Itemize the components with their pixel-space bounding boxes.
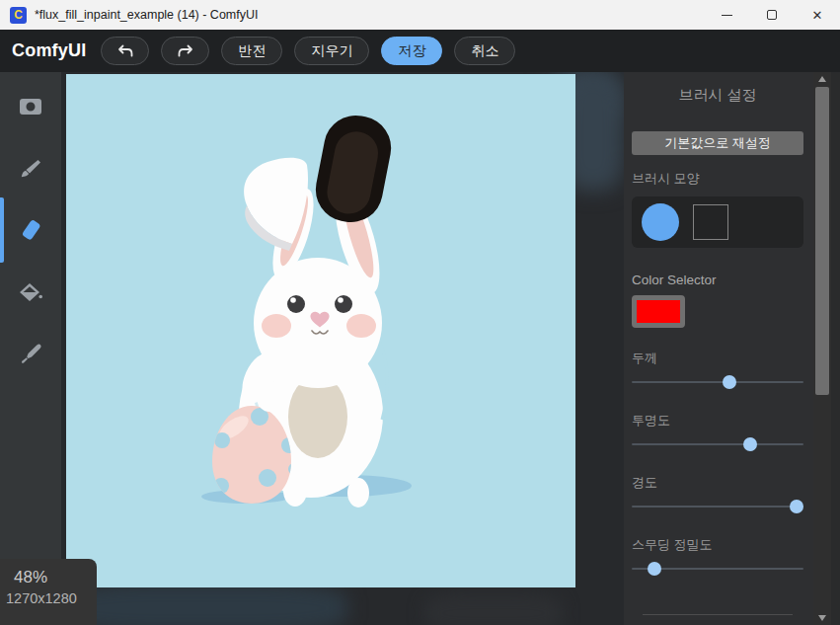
color-swatch-inner <box>637 300 680 323</box>
invert-button[interactable]: 반전 <box>221 37 282 65</box>
eyedropper-tool-button[interactable] <box>0 327 61 382</box>
hardness-label: 경도 <box>632 474 803 492</box>
redo-icon <box>177 43 194 59</box>
maximize-icon <box>767 10 777 20</box>
window-controls: ✕ <box>704 0 840 30</box>
toolbar: ComfyUI 반전 지우기 저장 취소 <box>0 30 840 72</box>
maximize-button[interactable] <box>749 0 795 30</box>
brush-tool-button[interactable] <box>0 141 61 196</box>
opacity-slider-handle[interactable] <box>743 437 757 451</box>
titlebar: C *flux_fill_inpaint_example (14) - Comf… <box>0 0 840 30</box>
scroll-down-icon <box>818 615 826 621</box>
fill-tool-icon <box>17 280 44 306</box>
eraser-tool-icon <box>17 216 44 244</box>
minimize-button[interactable] <box>704 0 749 30</box>
hardness-slider[interactable] <box>632 500 803 513</box>
thickness-slider[interactable] <box>632 375 803 389</box>
slider-track <box>632 443 803 445</box>
zoom-level: 48% <box>14 568 47 587</box>
brush-shape-square-option[interactable] <box>693 204 728 240</box>
scroll-down-button[interactable] <box>813 611 831 625</box>
close-icon: ✕ <box>812 9 823 22</box>
scroll-up-button[interactable] <box>813 72 831 86</box>
slider-track <box>632 506 803 508</box>
panel-edge <box>831 72 840 625</box>
opacity-slider[interactable] <box>632 437 803 451</box>
canvas-image <box>66 74 575 587</box>
brush-settings-panel: 브러시 설정 기본값으로 재설정 브러시 모양 Color Selector 두… <box>624 72 840 625</box>
color-selector-label: Color Selector <box>632 273 803 287</box>
panel-scrollbar[interactable] <box>813 72 831 625</box>
undo-icon <box>116 43 134 59</box>
tool-sidebar <box>0 72 61 625</box>
thickness-label: 두께 <box>632 350 803 367</box>
smoothing-precision-slider-handle[interactable] <box>648 562 661 576</box>
app-icon-letter: C <box>14 8 23 22</box>
undo-button[interactable] <box>101 37 149 65</box>
panel-title: 브러시 설정 <box>632 86 803 105</box>
app-icon: C <box>10 7 27 24</box>
section-divider <box>643 614 793 615</box>
smoothing-precision-label: 스무딩 정밀도 <box>632 536 803 554</box>
mask-tool-button[interactable] <box>0 79 61 134</box>
brush-shape-label: 브러시 모양 <box>632 170 803 188</box>
minimize-icon <box>722 15 732 16</box>
slider-track <box>632 381 803 383</box>
scroll-up-icon <box>818 76 826 82</box>
redo-button[interactable] <box>161 37 209 65</box>
scrollbar-thumb[interactable] <box>815 87 829 395</box>
brush-shape-selector <box>632 196 803 248</box>
window-title: *flux_fill_inpaint_example (14) - ComfyU… <box>35 8 258 22</box>
mask-tool-icon <box>18 96 43 117</box>
opacity-label: 투명도 <box>632 412 803 430</box>
brush-shape-circle-option[interactable] <box>642 203 679 241</box>
image-resolution: 1270x1280 <box>6 590 77 606</box>
clear-button[interactable]: 지우기 <box>294 37 369 65</box>
reset-defaults-button[interactable]: 기본값으로 재설정 <box>632 131 803 155</box>
eraser-tool-button[interactable] <box>0 202 61 258</box>
mask-editor-canvas[interactable] <box>66 74 575 587</box>
smoothing-precision-slider[interactable] <box>632 562 803 576</box>
hardness-slider-handle[interactable] <box>790 500 803 513</box>
fill-tool-button[interactable] <box>0 266 61 321</box>
color-swatch[interactable] <box>632 295 685 328</box>
cancel-button[interactable]: 취소 <box>454 37 515 65</box>
close-button[interactable]: ✕ <box>795 0 840 30</box>
brush-tool-icon <box>18 156 43 182</box>
app-logo: ComfyUI <box>12 40 86 61</box>
save-button[interactable]: 저장 <box>381 37 442 65</box>
eyedropper-tool-icon <box>18 342 43 367</box>
thickness-slider-handle[interactable] <box>723 375 736 389</box>
